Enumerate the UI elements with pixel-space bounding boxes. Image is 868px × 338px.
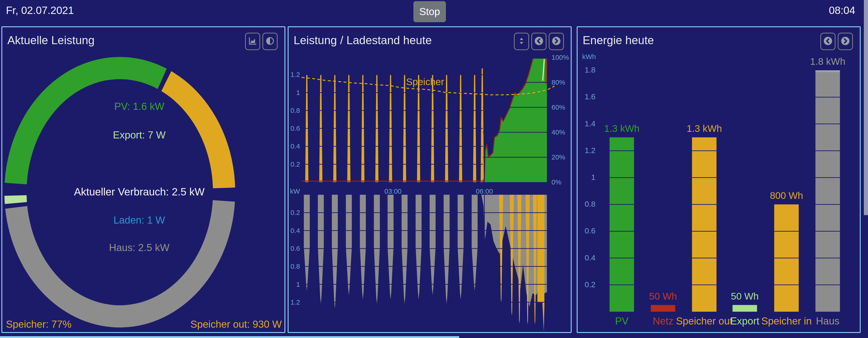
area-chart-icon [248, 36, 257, 47]
chevron-left-icon [823, 36, 833, 47]
chevron-right-button[interactable] [549, 33, 564, 50]
contrast-icon [265, 36, 275, 47]
contrast-button[interactable] [262, 33, 278, 50]
area-chart-button[interactable] [245, 33, 260, 50]
chevron-left-button[interactable] [820, 33, 835, 50]
chevron-right-icon [840, 36, 850, 47]
panel-title: Energie heute [583, 34, 654, 47]
panel-button-group [245, 33, 278, 50]
vertical-scrollbar-thumb[interactable] [864, 0, 868, 215]
gauge-center-label: Export: 7 W [113, 129, 165, 141]
gauge-center-label: Aktueller Verbrauch: 2.5 kW [74, 185, 205, 198]
panel-aktuelle-leistung: Aktuelle Leistung [1, 26, 285, 333]
current-date: Fr, 02.07.2021 [6, 4, 74, 16]
panel-button-group [820, 33, 853, 50]
chevron-right-icon [551, 36, 562, 47]
swap-vertical-button[interactable] [514, 33, 529, 50]
chevron-right-button[interactable] [838, 33, 853, 50]
panel-title: Aktuelle Leistung [7, 34, 95, 47]
stop-button[interactable]: Stop [413, 1, 446, 22]
speicher-percent-label: Speicher: 77% [6, 318, 71, 330]
speicher-out-label: Speicher out: 930 W [190, 318, 282, 330]
panel-title: Leistung / Ladestand heute [293, 34, 432, 47]
gauge-center-label: Haus: 2.5 kW [109, 242, 169, 253]
chevron-left-icon [534, 36, 544, 47]
gauge-center-label: Laden: 1 W [113, 214, 165, 226]
current-time: 08:04 [829, 4, 855, 16]
panel-leistung-ladestand: Leistung / Ladestand heute [288, 26, 571, 333]
panel-energie-heute: Energie heute [577, 26, 861, 333]
chevron-left-button[interactable] [531, 33, 547, 50]
panel-button-group [514, 33, 564, 50]
horizontal-scrollbar-thumb[interactable] [0, 336, 459, 338]
swap-vertical-icon [517, 36, 526, 47]
gauge-center-label: PV: 1.6 kW [114, 101, 164, 112]
